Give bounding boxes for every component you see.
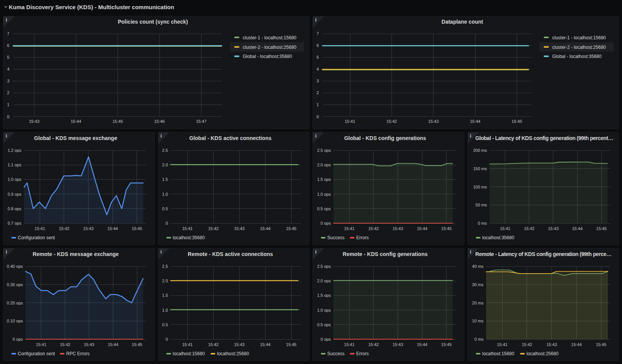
svg-text:15:45: 15:45 — [132, 342, 142, 347]
svg-text:15:44: 15:44 — [108, 342, 119, 347]
svg-text:3: 3 — [316, 79, 319, 83]
svg-text:200 ms: 200 ms — [473, 148, 487, 153]
svg-text:Errors: Errors — [356, 235, 369, 240]
svg-text:15:43: 15:43 — [393, 342, 403, 347]
svg-text:0: 0 — [7, 114, 9, 119]
svg-text:15:45: 15:45 — [286, 342, 296, 347]
svg-text:15:43: 15:43 — [234, 226, 245, 231]
svg-text:cluster-1 - localhost:15680: cluster-1 - localhost:15680 — [552, 35, 606, 40]
svg-text:15:41: 15:41 — [182, 342, 193, 347]
svg-text:15:43: 15:43 — [428, 119, 439, 124]
svg-text:7: 7 — [316, 31, 319, 36]
svg-text:2.5 ops: 2.5 ops — [317, 264, 331, 269]
svg-text:0.10 ops: 0.10 ops — [7, 319, 23, 323]
svg-text:2.0: 2.0 — [162, 163, 168, 167]
svg-text:2: 2 — [316, 90, 319, 95]
svg-text:15:43: 15:43 — [546, 342, 557, 347]
svg-text:15:42: 15:42 — [368, 226, 379, 231]
svg-text:15:42: 15:42 — [522, 342, 532, 347]
svg-text:1.5 ops: 1.5 ops — [317, 293, 331, 298]
svg-text:40 ms: 40 ms — [472, 264, 483, 269]
svg-text:0.40 ops: 0.40 ops — [7, 264, 23, 269]
svg-text:15:44: 15:44 — [417, 342, 427, 347]
svg-text:localhost:25680: localhost:25680 — [217, 351, 249, 356]
svg-text:2.5: 2.5 — [162, 264, 168, 269]
svg-text:6: 6 — [316, 43, 319, 48]
svg-text:Success: Success — [327, 235, 345, 240]
svg-text:0.8 ops: 0.8 ops — [8, 206, 22, 211]
svg-text:15:41: 15:41 — [344, 342, 355, 347]
svg-text:15:44: 15:44 — [71, 119, 81, 124]
svg-text:Global - localhost:35680: Global - localhost:35680 — [552, 54, 602, 59]
svg-text:Configuration sent: Configuration sent — [18, 351, 55, 356]
svg-text:0.5: 0.5 — [162, 322, 168, 327]
svg-text:7: 7 — [7, 31, 9, 36]
svg-text:0 ms: 0 ms — [478, 221, 487, 225]
svg-text:1.0: 1.0 — [162, 308, 168, 312]
svg-text:15:46: 15:46 — [154, 119, 165, 124]
svg-text:RPC Errors: RPC Errors — [66, 351, 90, 356]
svg-text:0 ops: 0 ops — [321, 221, 331, 225]
svg-text:4: 4 — [7, 67, 9, 71]
svg-text:Success: Success — [327, 351, 345, 356]
svg-text:15:45: 15:45 — [286, 226, 296, 231]
svg-text:localhost:15680: localhost:15680 — [482, 351, 514, 356]
svg-text:2.5 ops: 2.5 ops — [317, 148, 331, 153]
svg-text:15:41: 15:41 — [344, 226, 355, 231]
svg-text:1.0 ops: 1.0 ops — [317, 308, 331, 312]
svg-text:localhost:15680: localhost:15680 — [172, 351, 205, 356]
svg-text:Configuration sent: Configuration sent — [18, 235, 55, 240]
svg-text:15:44: 15:44 — [417, 226, 427, 231]
svg-text:1.5: 1.5 — [162, 293, 168, 298]
svg-text:15:41: 15:41 — [35, 226, 45, 231]
svg-text:1.5: 1.5 — [162, 177, 168, 182]
svg-text:15:45: 15:45 — [596, 342, 606, 347]
svg-text:0.30 ops: 0.30 ops — [7, 282, 23, 287]
svg-text:0: 0 — [316, 114, 319, 119]
svg-text:100 ms: 100 ms — [473, 185, 487, 189]
svg-text:localhost:25680: localhost:25680 — [526, 351, 558, 356]
svg-text:20 ms: 20 ms — [472, 301, 483, 305]
svg-text:cluster-2 - localhost:25680: cluster-2 - localhost:25680 — [552, 45, 606, 50]
svg-text:2.0 ops: 2.0 ops — [317, 163, 331, 167]
svg-text:3: 3 — [7, 79, 9, 83]
svg-text:0.7 ops: 0.7 ops — [8, 221, 22, 225]
svg-text:0.5 ops: 0.5 ops — [317, 206, 331, 211]
svg-text:1: 1 — [316, 102, 319, 107]
svg-text:15:43: 15:43 — [29, 119, 40, 124]
svg-text:Global - localhost:35680: Global - localhost:35680 — [243, 54, 292, 59]
svg-text:15:43: 15:43 — [234, 342, 245, 347]
svg-text:15:43: 15:43 — [84, 342, 95, 347]
svg-text:2.0: 2.0 — [162, 279, 168, 283]
svg-text:2.5: 2.5 — [162, 148, 168, 153]
svg-text:15:42: 15:42 — [208, 342, 219, 347]
svg-text:15:43: 15:43 — [83, 226, 94, 231]
svg-text:15:41: 15:41 — [500, 226, 511, 231]
svg-text:5: 5 — [316, 55, 319, 60]
svg-text:0: 0 — [165, 337, 168, 341]
svg-text:15:44: 15:44 — [572, 226, 583, 231]
svg-text:1.0: 1.0 — [162, 192, 168, 196]
svg-text:2.0 ops: 2.0 ops — [317, 279, 331, 283]
svg-text:50 ms: 50 ms — [475, 203, 487, 207]
svg-text:15:41: 15:41 — [345, 119, 355, 124]
svg-text:cluster-1 - localhost:15680: cluster-1 - localhost:15680 — [243, 35, 296, 40]
svg-text:15:44: 15:44 — [260, 342, 271, 347]
svg-text:30 ms: 30 ms — [472, 282, 483, 287]
svg-text:1.0 ops: 1.0 ops — [317, 192, 331, 196]
svg-text:10 ms: 10 ms — [472, 319, 483, 323]
svg-text:localhost:35680: localhost:35680 — [172, 235, 205, 240]
svg-text:15:45: 15:45 — [512, 119, 522, 124]
svg-text:6: 6 — [7, 43, 9, 48]
svg-text:15:41: 15:41 — [182, 226, 193, 231]
svg-text:1.0 ops: 1.0 ops — [8, 177, 22, 182]
svg-text:cluster-2 - localhost:25680: cluster-2 - localhost:25680 — [243, 45, 296, 50]
svg-text:15:43: 15:43 — [548, 226, 559, 231]
svg-text:15:44: 15:44 — [260, 226, 271, 231]
svg-text:0.20 ops: 0.20 ops — [7, 301, 23, 305]
svg-text:4: 4 — [316, 67, 319, 71]
svg-text:15:42: 15:42 — [368, 342, 379, 347]
svg-text:15:42: 15:42 — [524, 226, 535, 231]
svg-text:0.5: 0.5 — [162, 206, 168, 211]
svg-text:Errors: Errors — [356, 351, 369, 356]
